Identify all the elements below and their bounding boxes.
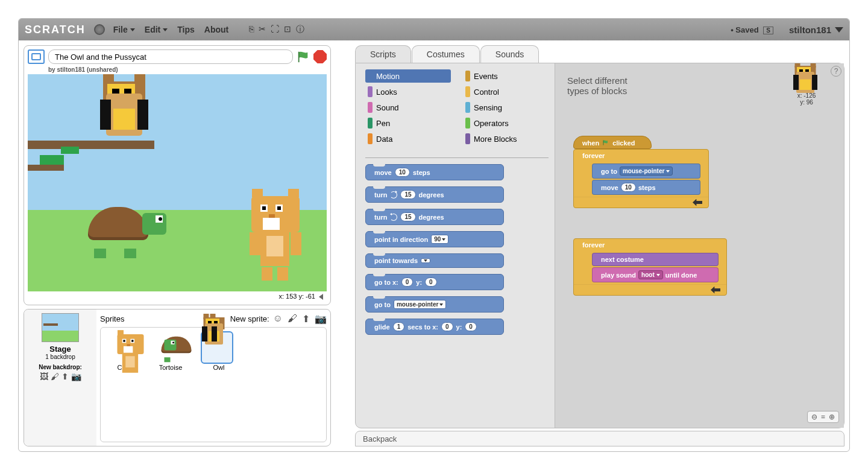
block-turn-cw[interactable]: turn15degrees xyxy=(365,186,504,203)
paint-icon[interactable]: 🖌 xyxy=(51,372,59,381)
stage-canvas[interactable] xyxy=(28,74,327,291)
menu-file[interactable]: File xyxy=(113,25,135,34)
camera-icon[interactable]: 📷 xyxy=(71,372,81,381)
stage-thumbnail-column: Stage 1 backdrop New backdrop: 🖼 🖌 ⬆ 📷 xyxy=(24,310,96,446)
block-palette: MotionLooksSoundPenData EventsControlSen… xyxy=(356,63,555,428)
category-sound[interactable]: Sound xyxy=(365,101,451,114)
sprite-item-cat[interactable]: Cat xyxy=(104,331,140,371)
category-label: Sound xyxy=(376,103,399,112)
category-more-blocks[interactable]: More Blocks xyxy=(463,132,549,145)
zoom-controls: ⊖ = ⊕ xyxy=(807,411,839,423)
block-move-steps[interactable]: move10steps xyxy=(365,164,504,180)
project-byline: by stilton181 (unshared) xyxy=(48,66,327,73)
sprite-item-owl[interactable]: i Owl xyxy=(201,331,237,371)
stage-backdrop-count: 1 backdrop xyxy=(45,354,75,360)
tab-costumes[interactable]: Costumes xyxy=(412,45,480,63)
owl-sprite[interactable] xyxy=(100,81,148,142)
backpack-bar[interactable]: Backpack xyxy=(355,431,844,446)
fullscreen-icon[interactable] xyxy=(28,49,45,64)
rotate-cw-icon xyxy=(390,191,397,198)
category-looks[interactable]: Looks xyxy=(365,85,451,98)
stage-thumbnail[interactable] xyxy=(42,313,79,342)
zoom-out-button[interactable]: ⊖ xyxy=(811,413,817,421)
upload-icon[interactable]: ⬆ xyxy=(61,372,69,381)
svg-rect-1 xyxy=(603,141,604,145)
sprite-panel: Stage 1 backdrop New backdrop: 🖼 🖌 ⬆ 📷 S… xyxy=(24,309,331,446)
collapse-icon[interactable] xyxy=(319,294,323,300)
sprite-list: Cat Tortoise i xyxy=(100,327,327,442)
block-point-direction[interactable]: point in direction90 xyxy=(365,231,504,247)
green-flag-button[interactable] xyxy=(297,50,310,63)
tab-sounds[interactable]: Sounds xyxy=(480,45,539,63)
block-goto-xy[interactable]: go to x:0y:0 xyxy=(365,274,504,290)
project-title-input[interactable] xyxy=(48,49,293,64)
category-label: Sensing xyxy=(474,103,502,112)
sprite-item-tortoise[interactable]: Tortoise xyxy=(153,331,189,371)
user-menu[interactable]: stilton181 xyxy=(789,25,843,35)
main-menu: File Edit Tips About xyxy=(113,25,229,34)
category-swatch xyxy=(368,133,373,144)
block-goto-mouse[interactable]: go tomouse-pointer xyxy=(365,296,504,313)
editor-body: MotionLooksSoundPenData EventsControlSen… xyxy=(355,63,844,428)
cat-sprite[interactable] xyxy=(242,196,309,281)
category-swatch xyxy=(368,118,373,129)
sprite-upload-icon[interactable]: ⬆ xyxy=(302,313,310,325)
app-frame: SCRATCH File Edit Tips About ⎘ ✂ ⛶ ⊡ ⓘ •… xyxy=(18,18,850,452)
category-label: Pen xyxy=(376,119,390,128)
category-swatch xyxy=(465,133,470,144)
annotation-text: Select different types of blocks xyxy=(567,75,832,96)
category-data[interactable]: Data xyxy=(365,132,451,145)
grow-icon[interactable]: ⛶ xyxy=(271,24,279,35)
block-turn-ccw[interactable]: turn15degrees xyxy=(365,209,504,225)
stage-mouse-coords: x: 153 y: -61 xyxy=(28,291,327,301)
category-events[interactable]: Events xyxy=(463,69,549,83)
help-icon[interactable]: ⓘ xyxy=(296,24,304,35)
script-stack-1[interactable]: when clicked forever go to mouse-pointer xyxy=(573,136,709,208)
svg-rect-0 xyxy=(298,52,300,62)
category-control[interactable]: Control xyxy=(463,85,549,98)
tortoise-sprite[interactable] xyxy=(88,207,166,252)
block-forever-2[interactable]: forever next costume play sound hoot unt… xyxy=(573,238,727,296)
zoom-in-button[interactable]: ⊕ xyxy=(829,413,835,421)
cut-icon[interactable]: ✂ xyxy=(259,24,266,35)
block-goto-mouse-inner[interactable]: go to mouse-pointer xyxy=(592,164,700,179)
category-swatch xyxy=(465,102,470,113)
menu-about[interactable]: About xyxy=(204,25,228,34)
block-next-costume[interactable]: next costume xyxy=(592,253,719,266)
category-label: Operators xyxy=(474,119,509,128)
sprite-paint-icon[interactable]: 🖌 xyxy=(288,313,297,325)
block-glide[interactable]: glide1secs to x:0y:0 xyxy=(365,319,504,335)
block-point-towards[interactable]: point towards xyxy=(365,253,504,268)
block-play-sound[interactable]: play sound hoot until done xyxy=(592,267,719,282)
new-sprite-icons: ☺ 🖌 ⬆ 📷 xyxy=(273,313,327,325)
category-label: More Blocks xyxy=(474,135,517,144)
green-flag-icon xyxy=(602,139,610,147)
block-move-inner[interactable]: move 10 steps xyxy=(592,180,700,195)
sprite-camera-icon[interactable]: 📷 xyxy=(315,313,327,325)
block-when-flag-clicked[interactable]: when clicked xyxy=(573,136,652,149)
zoom-reset-button[interactable]: = xyxy=(821,413,825,421)
menu-tips[interactable]: Tips xyxy=(177,25,195,34)
globe-icon[interactable] xyxy=(94,24,105,35)
right-column: Scripts Costumes Sounds MotionLooksSound… xyxy=(355,45,844,446)
script-workspace[interactable]: ? Select different types of blocks x: -1… xyxy=(555,63,844,428)
category-pen[interactable]: Pen xyxy=(365,116,451,130)
tab-scripts[interactable]: Scripts xyxy=(355,45,411,63)
category-label: Events xyxy=(474,72,498,81)
category-motion[interactable]: Motion xyxy=(365,69,451,83)
duplicate-icon[interactable]: ⎘ xyxy=(249,24,254,35)
top-menu-bar: SCRATCH File Edit Tips About ⎘ ✂ ⛶ ⊡ ⓘ •… xyxy=(19,19,849,40)
stage-label: Stage xyxy=(49,345,71,354)
stop-button[interactable] xyxy=(313,50,327,63)
block-forever-1[interactable]: forever go to mouse-pointer move 10 step… xyxy=(573,149,709,208)
category-operators[interactable]: Operators xyxy=(463,116,549,130)
help-button[interactable]: ? xyxy=(831,66,841,77)
menu-edit[interactable]: Edit xyxy=(145,25,168,34)
category-sensing[interactable]: Sensing xyxy=(463,101,549,114)
category-swatch xyxy=(368,102,373,113)
library-icon[interactable]: 🖼 xyxy=(40,372,48,381)
script-stack-2[interactable]: forever next costume play sound hoot unt… xyxy=(573,238,727,296)
category-label: Motion xyxy=(376,72,400,81)
shrink-icon[interactable]: ⊡ xyxy=(284,24,291,35)
sprite-library-icon[interactable]: ☺ xyxy=(273,313,283,325)
